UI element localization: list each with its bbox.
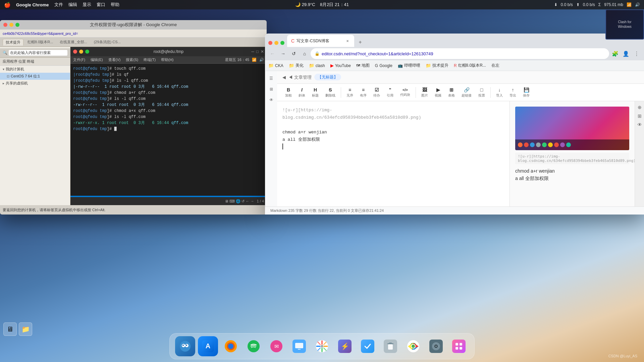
image-button[interactable]: 🖼 图片 <box>419 86 431 99</box>
bookmark-other[interactable]: 在左 <box>491 63 499 68</box>
dock-photos[interactable] <box>312 336 332 356</box>
home-button[interactable]: ⌂ <box>300 49 309 58</box>
vote-button[interactable]: □ 投票 <box>476 86 488 99</box>
vm-menu-terminal[interactable]: 终端(T) <box>144 57 156 62</box>
maximize-button[interactable] <box>15 23 19 27</box>
terminal-maximize[interactable] <box>85 50 89 54</box>
unordered-list-button[interactable]: ≡ 无序 <box>344 86 356 99</box>
terminal-body[interactable]: root@qfedu tmp]# touch qff.com |root@qfe… <box>70 64 267 196</box>
reload-button[interactable]: ↺ <box>289 49 299 58</box>
menu-view[interactable]: 显示 <box>83 2 91 8</box>
import-button[interactable]: ↓ 导入 <box>493 86 505 99</box>
layout-icon2[interactable]: ⊞ <box>267 84 276 94</box>
menu-window[interactable]: 窗口 <box>97 2 105 8</box>
dock-appstore[interactable]: A <box>198 336 218 356</box>
heading-button[interactable]: H 标题 <box>309 86 321 99</box>
vm-window[interactable]: 文件权限管理-ugo权限讲解 - Google Chrome ce4b0b742… <box>0 20 267 215</box>
sidebar-shared[interactable]: ▸ 共享的虚拟机 <box>0 80 70 87</box>
ordered-list-button[interactable]: ≡ 有序 <box>357 86 369 99</box>
sidebar-my-computer[interactable]: ▾ 我的计算机 <box>0 66 70 73</box>
chrome-close[interactable] <box>268 41 272 45</box>
table-button[interactable]: ⊞ 表格 <box>445 86 458 99</box>
bookmark-clash[interactable]: 📁 clash <box>309 63 325 68</box>
bold-button[interactable]: B 加粗 <box>282 86 294 99</box>
tab-csdn[interactable]: (29条消息) CS... <box>91 39 123 45</box>
quote-button[interactable]: " 引用 <box>384 86 396 99</box>
menu-help[interactable]: 帮助 <box>111 2 119 8</box>
menu-edit[interactable]: 编辑 <box>68 2 77 8</box>
editor-text-area[interactable]: ![u-r][https://img- blog.csdnimg.cn/634e… <box>277 101 509 206</box>
chrome-minimize[interactable] <box>274 41 278 45</box>
dock-finder[interactable] <box>175 336 195 356</box>
extensions-btn[interactable]: 🧩 <box>610 49 620 58</box>
italic-button[interactable]: I 斜体 <box>296 86 308 99</box>
menu-btn[interactable]: ⋮ <box>632 49 641 58</box>
active-app-name[interactable]: Google Chrome <box>16 2 49 7</box>
vm-menu-help[interactable]: 帮助(H) <box>161 57 173 62</box>
dock-trash[interactable] <box>380 336 400 356</box>
close-button[interactable] <box>3 23 7 27</box>
terminal-window-max[interactable]: □ <box>256 49 259 54</box>
right-tool3[interactable]: 👁 <box>637 121 643 128</box>
bookmark-jishu[interactable]: 📁 技术提升 <box>426 63 448 68</box>
terminal-window-min[interactable]: ─ <box>251 49 254 54</box>
chrome-maximize[interactable] <box>280 41 284 45</box>
back-button[interactable]: ← <box>268 49 277 58</box>
bookmark-redhat[interactable]: R 红帽8.0版本R... <box>454 63 486 68</box>
bookmark-meihua[interactable]: 📁 美化 <box>289 63 304 68</box>
taskbar-icon1[interactable]: 🖥 <box>3 322 17 336</box>
dock-setapp[interactable]: ⚡ <box>335 336 355 356</box>
export-button[interactable]: ↑ 导出 <box>507 86 519 99</box>
dock-apps[interactable] <box>449 336 469 356</box>
bookmark-youtube[interactable]: ▶ YouTube <box>330 63 351 68</box>
new-tab-button[interactable]: + <box>356 38 365 47</box>
video-button[interactable]: ▶ 视频 <box>432 86 444 99</box>
menu-apps[interactable]: 应用程序 位置 终端 <box>3 59 34 64</box>
save-button[interactable]: 💾 保存 <box>520 86 532 99</box>
sidebar-search[interactable]: 在此处输入内容省行搜索 <box>9 50 67 56</box>
tab-jishu[interactable]: 技术提升 <box>3 39 23 46</box>
tab-redhat[interactable]: 红帽8.0版本R... <box>25 39 56 45</box>
right-tool1[interactable]: ⊕ <box>637 104 642 111</box>
forward-button[interactable]: → <box>278 49 288 58</box>
bookmark-map[interactable]: 🗺 地图 <box>356 63 370 68</box>
layout-icon1[interactable]: ☰ <box>267 74 276 83</box>
dock-firefox[interactable] <box>221 336 241 356</box>
layout-icon3[interactable]: 👁 <box>267 95 276 105</box>
apple-menu[interactable]: 🍎 <box>4 2 11 8</box>
clash-thumbnail[interactable]: Clash for Windows <box>605 9 644 40</box>
chrome-tab-active[interactable]: C 写文章-CSDN博客 ✕ <box>287 35 354 47</box>
todo-button[interactable]: ☑ 待办 <box>371 86 383 99</box>
hyperlink-button[interactable]: 🔗 超链接 <box>459 86 474 99</box>
tab-live[interactable]: 在线直播_全部... <box>57 39 90 45</box>
menu-file[interactable]: 文件 <box>54 2 63 8</box>
dock-airmail[interactable]: ✉ <box>266 336 286 356</box>
dock-chrome[interactable] <box>403 336 423 356</box>
address-bar[interactable]: 🔒 editor.csdn.net/md?not_checkout=1&arti… <box>311 48 609 59</box>
bookmark-bilibili[interactable]: 📺 哔哩哔哩 <box>398 63 420 68</box>
dock-things[interactable] <box>358 336 378 356</box>
vm-menu-file[interactable]: 文件(F) <box>73 57 85 62</box>
code-block-button[interactable]: </> 代码块 <box>397 86 413 99</box>
vm-menu-edit[interactable]: 编辑(E) <box>91 57 103 62</box>
terminal-window-close[interactable]: ✕ <box>261 49 264 54</box>
minimize-button[interactable] <box>9 23 13 27</box>
vm-url[interactable]: ce4b0b7422c68c55e&type=6&parent_pro_id= <box>3 32 78 36</box>
back-to-articles[interactable]: ◀ <box>282 75 286 80</box>
sidebar-centos[interactable]: ⊡ CentOS 7 64 位:1 <box>0 73 70 80</box>
vm-menu-view[interactable]: 查看(V) <box>108 57 121 62</box>
vm-menu-search[interactable]: 搜索(S) <box>126 57 138 62</box>
dock-disk[interactable] <box>426 336 446 356</box>
tab-close-button[interactable]: ✕ <box>345 38 350 44</box>
profile-btn[interactable]: 👤 <box>621 49 631 58</box>
terminal-minimize[interactable] <box>79 50 83 54</box>
dock-spotify[interactable] <box>244 336 264 356</box>
terminal-close[interactable] <box>73 50 77 54</box>
right-tool2[interactable]: ⊞ <box>637 113 642 119</box>
articles-mgmt-link[interactable]: ◀ 文章管理 <box>288 74 312 80</box>
address-text[interactable]: editor.csdn.net/md?not_checkout=1&articl… <box>322 51 605 56</box>
taskbar-icon2[interactable]: 📁 <box>19 322 32 336</box>
bookmark-cka[interactable]: 📁 CKA <box>268 63 283 68</box>
strikethrough-button[interactable]: S 删除线 <box>323 86 338 99</box>
bookmark-google[interactable]: G Google <box>375 63 392 68</box>
